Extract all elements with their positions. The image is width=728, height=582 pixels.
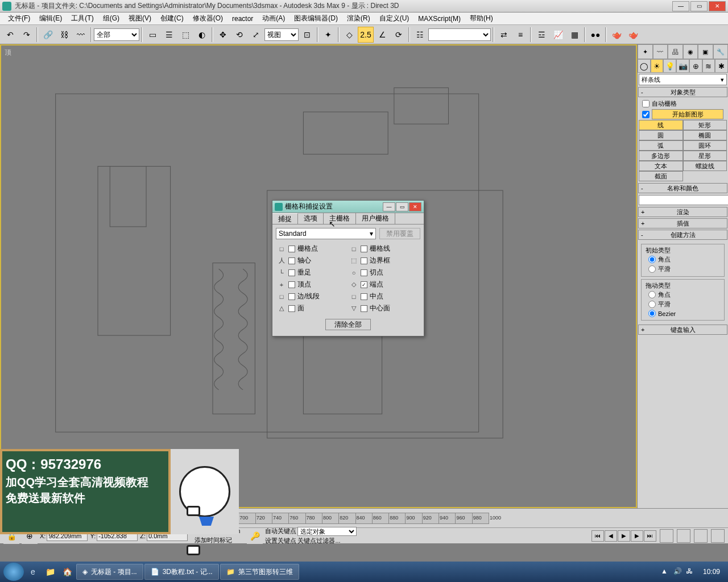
- mirror-button[interactable]: ⇄: [496, 27, 512, 43]
- shape-text[interactable]: 文本: [639, 161, 683, 171]
- minimize-button[interactable]: —: [672, 1, 689, 11]
- tab-display[interactable]: ▣: [698, 44, 713, 59]
- menu-group[interactable]: 组(G): [98, 14, 124, 23]
- shape-circle[interactable]: 圆: [639, 130, 683, 140]
- snap-checkbox[interactable]: [288, 281, 295, 288]
- snap-checkbox[interactable]: [288, 257, 295, 264]
- taskbar-home-icon[interactable]: 🏠: [59, 564, 75, 580]
- cat-geometry[interactable]: ◯: [638, 59, 651, 73]
- bind-spacewarp-button[interactable]: 〰: [73, 27, 89, 43]
- tab-snap[interactable]: 捕捉: [272, 213, 298, 224]
- init-vertex-radio[interactable]: [648, 256, 656, 263]
- nav-pan[interactable]: [660, 529, 673, 543]
- maximize-button[interactable]: ▭: [690, 1, 708, 11]
- snap-checkbox[interactable]: [361, 305, 367, 312]
- tab-homegrid[interactable]: 主栅格: [324, 213, 356, 224]
- snap-combo[interactable]: Standard▾: [276, 228, 376, 239]
- menu-create[interactable]: 创建(C): [156, 14, 188, 23]
- spinner-snap-button[interactable]: ⟳: [391, 27, 407, 43]
- drag-smooth-radio[interactable]: [648, 301, 656, 308]
- cat-helpers[interactable]: ⊕: [689, 59, 702, 73]
- schematic-button[interactable]: ▦: [566, 27, 582, 43]
- taskbar-item-folder[interactable]: 📁第三节图形转三维: [220, 564, 299, 580]
- menu-animation[interactable]: 动画(A): [258, 14, 289, 23]
- snap-checkbox[interactable]: [361, 257, 367, 264]
- scale-button[interactable]: ⤢: [248, 27, 264, 43]
- shape-section[interactable]: 截面: [639, 171, 683, 181]
- snap-checkbox[interactable]: [361, 293, 367, 300]
- shape-arc[interactable]: 弧: [639, 140, 683, 151]
- material-button[interactable]: ●●: [588, 27, 603, 43]
- cat-shapes[interactable]: ☀: [651, 59, 664, 73]
- cat-lights[interactable]: 💡: [663, 59, 676, 73]
- goto-end[interactable]: ⏭: [644, 530, 656, 542]
- nav-max[interactable]: [711, 529, 725, 543]
- snap-checkbox[interactable]: [361, 269, 367, 276]
- shape-donut[interactable]: 圆环: [683, 140, 727, 151]
- rollup-object-type[interactable]: -对象类型: [638, 87, 727, 97]
- menu-view[interactable]: 视图(V): [124, 14, 156, 23]
- rollup-interp[interactable]: +插值: [638, 218, 727, 228]
- menu-tools[interactable]: 工具(T): [67, 14, 98, 23]
- auto-grid-checkbox[interactable]: [642, 100, 650, 107]
- unlink-button[interactable]: ⛓: [56, 27, 72, 43]
- tab-options[interactable]: 选项: [298, 213, 324, 224]
- select-by-name-button[interactable]: ☰: [161, 27, 177, 43]
- shape-category-combo[interactable]: 样条线▾: [639, 74, 727, 85]
- tab-usergrid[interactable]: 用户栅格: [356, 213, 395, 224]
- cat-systems[interactable]: ✱: [715, 59, 728, 73]
- undo-button[interactable]: ↶: [2, 27, 18, 43]
- clock[interactable]: 10:09: [698, 568, 725, 576]
- named-sel-set[interactable]: [428, 28, 491, 41]
- drag-vertex-radio[interactable]: [648, 291, 656, 298]
- select-manipulate-button[interactable]: ✦: [320, 27, 336, 43]
- menu-help[interactable]: 帮助(H): [465, 14, 498, 23]
- snap-checkbox[interactable]: [288, 305, 295, 312]
- dialog-maximize[interactable]: ▭: [396, 202, 408, 211]
- start-new-shape-checkbox[interactable]: [642, 111, 650, 118]
- tab-hierarchy[interactable]: 品: [668, 44, 683, 59]
- tray-icon[interactable]: 🔊: [673, 567, 682, 576]
- move-button[interactable]: ✥: [215, 27, 231, 43]
- tab-utilities[interactable]: 🔧: [713, 44, 729, 59]
- pivot-button[interactable]: ⊡: [299, 27, 315, 43]
- shape-star[interactable]: 星形: [683, 151, 727, 161]
- taskbar-item-notepad[interactable]: 📄3D教程.txt - 记...: [144, 564, 219, 580]
- render-scene-button[interactable]: 🫖: [609, 27, 624, 43]
- quick-render-button[interactable]: 🫖: [625, 27, 641, 43]
- dialog-titlebar[interactable]: 栅格和捕捉设置 — ▭ ✕: [272, 201, 424, 213]
- curve-editor-button[interactable]: 📈: [550, 27, 566, 43]
- snap-checkbox[interactable]: [288, 246, 295, 252]
- cat-cameras[interactable]: 📷: [676, 59, 689, 73]
- selection-filter[interactable]: 全部: [94, 28, 139, 41]
- tab-modify[interactable]: 〰: [653, 44, 668, 59]
- rotate-button[interactable]: ⟲: [231, 27, 247, 43]
- object-name-input[interactable]: [639, 195, 728, 205]
- start-button[interactable]: [3, 563, 24, 581]
- menu-file[interactable]: 文件(F): [3, 14, 35, 23]
- shape-helix[interactable]: 螺旋线: [683, 161, 727, 171]
- taskbar-item-3dsmax[interactable]: ◈无标题 - 项目...: [76, 564, 143, 580]
- menu-maxscript[interactable]: MAXScript(M): [413, 15, 465, 23]
- menu-reactor[interactable]: reactor: [228, 15, 258, 23]
- snap-angle-button[interactable]: 2.5: [358, 27, 374, 43]
- window-crossing-button[interactable]: ◐: [194, 27, 210, 43]
- dialog-minimize[interactable]: —: [383, 202, 395, 211]
- named-sel-button[interactable]: ☷: [412, 27, 428, 43]
- tray-icon[interactable]: ▲: [661, 567, 670, 576]
- menu-grapheditor[interactable]: 图表编辑器(D): [289, 14, 342, 23]
- tab-create[interactable]: ✦: [638, 44, 653, 59]
- drag-bezier-radio[interactable]: [648, 310, 656, 317]
- ref-coord-system[interactable]: 视图: [264, 28, 299, 41]
- menu-edit[interactable]: 编辑(E): [35, 14, 67, 23]
- shape-ngon[interactable]: 多边形: [639, 151, 683, 161]
- nav-zoom[interactable]: [677, 529, 690, 543]
- nav-orbit[interactable]: [694, 529, 708, 543]
- clear-all-button[interactable]: 清除全部: [325, 319, 371, 330]
- tab-motion[interactable]: ◉: [683, 44, 698, 59]
- shape-rectangle[interactable]: 矩形: [683, 120, 727, 130]
- select-button[interactable]: ▭: [144, 27, 160, 43]
- shape-line[interactable]: 线: [639, 120, 683, 130]
- menu-modifier[interactable]: 修改器(O): [188, 14, 228, 23]
- snap-checkbox[interactable]: [361, 281, 367, 288]
